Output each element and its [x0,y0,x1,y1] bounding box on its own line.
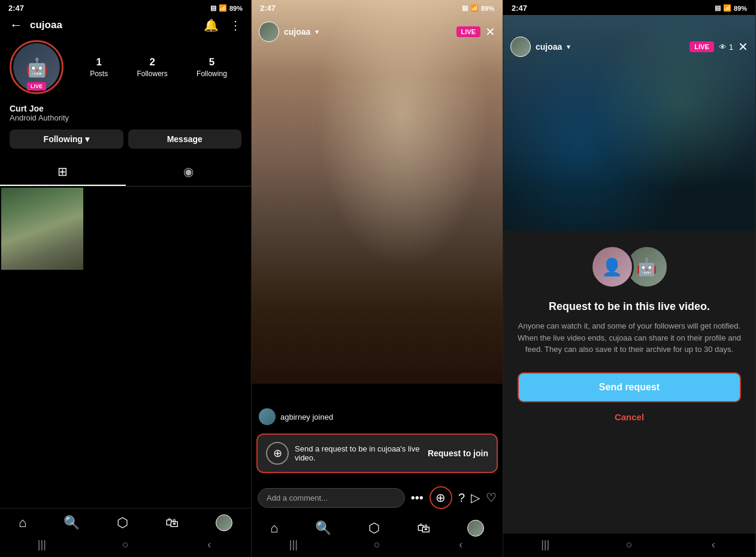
bottom-nav-1: ⌂ 🔍 ⬡ 🛍 [0,508,251,534]
comment-input[interactable]: Add a comment... [258,488,405,508]
back-button[interactable]: ← [10,17,23,33]
commenter-avatar [259,408,276,425]
request-banner: ⊕ Send a request to be in cujoaa's live … [256,433,498,473]
request-live-top: cujoaa ▾ LIVE 👁 1 ✕ [503,37,755,57]
android-menu-3[interactable]: ||| [527,538,563,551]
request-live-chevron[interactable]: ▾ [567,43,570,51]
profile-header: ← cujoaa 🔔 ⋮ [0,15,251,38]
add-to-live-button[interactable]: ⊕ [430,486,452,509]
profile-info-row: 🤖 LIVE 1 Posts 2 Followers 5 Following [0,38,251,104]
nav-avatar [216,514,232,531]
notification-icon[interactable]: 🔔 [204,18,219,32]
viewer-avatar-pair: 👤 [591,245,634,288]
live-badge-2: LIVE [456,26,480,37]
following-button[interactable]: Following ▾ [10,130,123,149]
request-join-button[interactable]: Request to join [428,448,488,458]
profile-name: Curt Joe [10,104,241,113]
status-icons-3: ▤ 📶 89% [715,4,747,12]
time-2: 2:47 [260,4,276,13]
message-button[interactable]: Message [128,130,242,149]
heart-icon[interactable]: ♡ [486,490,497,505]
send-icon[interactable]: ▷ [471,490,480,505]
viewer-number: 1 [729,43,733,52]
nav-reels[interactable]: ⬡ [117,515,128,531]
status-bar-1: 2:47 ▤ 📶 89% [0,0,251,15]
android-home-2[interactable]: ○ [359,538,395,551]
signal-icon-2: ▤ [462,4,468,12]
battery-1: 89% [229,5,243,12]
nav-profile[interactable] [216,514,232,531]
status-icons-2: ▤ 📶 89% [462,4,494,12]
posts-count: 1 [96,56,101,68]
grid-item-1[interactable] [1,188,83,270]
live-close-button[interactable]: ✕ [485,25,495,39]
live-panel: 2:47 ▤ 📶 89% cujoaa ▾ LIVE ✕ agbirney jo… [252,0,503,557]
plus-icon: ⊕ [436,490,446,505]
request-banner-text: Send a request to be in cujoaa's live vi… [295,444,422,462]
live-video-bg [252,0,503,384]
android-back-2[interactable]: ‹ [443,538,479,551]
nav-shop[interactable]: 🛍 [165,515,179,531]
cancel-button[interactable]: Cancel [615,412,644,422]
followers-count: 2 [149,56,155,68]
request-modal-title: Request to be in this live video. [549,300,710,313]
posts-label: Posts [90,70,108,78]
request-panel: 2:47 ▤ 📶 89% cujoaa ▾ LIVE 👁 1 ✕ 👤 🤖 Req… [503,0,756,557]
request-modal-desc: Anyone can watch it, and some of your fo… [518,320,741,356]
tagged-icon: ◉ [183,164,193,179]
request-modal: 👤 🤖 Request to be in this live video. An… [503,231,755,534]
profile-panel: 2:47 ▤ 📶 89% ← cujoaa 🔔 ⋮ 🤖 LIVE 1 Posts [0,0,252,557]
more-icon[interactable]: ⋮ [229,18,241,32]
send-request-button[interactable]: Send request [518,372,741,402]
more-options-icon[interactable]: ••• [411,491,424,505]
android-home-3[interactable]: ○ [611,538,647,551]
battery-3: 89% [734,5,747,12]
live-chevron-icon[interactable]: ▾ [315,28,319,36]
following-label: Following [196,70,227,78]
search-icon: 🔍 [63,515,80,531]
comment-text: agbirney joined [280,413,333,421]
question-icon[interactable]: ? [458,491,465,505]
stat-following: 5 Following [196,56,227,78]
profile-header-username: cujoaa [30,19,199,31]
android-back[interactable]: ‹ [191,538,227,551]
request-close-button[interactable]: ✕ [738,40,748,54]
status-bar-3: 2:47 ▤ 📶 89% [503,0,755,15]
request-live-avatar[interactable] [510,37,531,57]
profile-name-section: Curt Joe Android Authority [0,104,251,130]
android-back-3[interactable]: ‹ [695,538,731,551]
stat-followers: 2 Followers [137,56,167,78]
request-live-username: cujoaa [536,42,562,52]
shop-icon: 🛍 [165,515,179,531]
profile-header-actions: 🔔 ⋮ [204,18,241,32]
android-menu-2[interactable]: ||| [276,538,312,551]
grid-icon: ⊞ [58,164,68,179]
followers-label: Followers [137,70,167,78]
live-bottom-bar: Add a comment... ••• ⊕ ? ▷ ♡ [252,486,503,509]
tabs-row: ⊞ ◉ [0,158,251,186]
request-icon: ⊕ [266,442,289,465]
android-menu[interactable]: ||| [24,538,60,551]
status-icons-1: ▤ 📶 89% [210,4,243,12]
live-comment-row: agbirney joined [259,408,333,425]
live-host-avatar[interactable] [259,22,279,42]
time-1: 2:47 [8,4,24,13]
signal-icon-3: ▤ [715,4,721,12]
nav-home[interactable]: ⌂ [19,515,26,531]
android-home[interactable]: ○ [107,538,143,551]
tab-tagged[interactable]: ◉ [126,158,252,186]
stats-row: 1 Posts 2 Followers 5 Following [75,56,241,78]
following-count: 5 [209,56,214,68]
profile-bio: Android Authority [10,113,241,122]
live-username: cujoaa [284,27,310,37]
wifi-icon-3: 📶 [723,4,731,12]
action-buttons: Following ▾ Message [0,130,251,158]
live-top-bar: cujoaa ▾ LIVE ✕ [252,22,503,42]
wifi-icon-2: 📶 [470,4,479,12]
photo-grid [0,186,251,271]
tab-grid[interactable]: ⊞ [0,158,126,186]
nav-search[interactable]: 🔍 [63,515,80,531]
android-nav-2: ||| ○ ‹ [252,534,503,557]
avatar-wrapper[interactable]: 🤖 LIVE [10,40,63,94]
viewer-eye-icon: 👁 [719,43,727,52]
